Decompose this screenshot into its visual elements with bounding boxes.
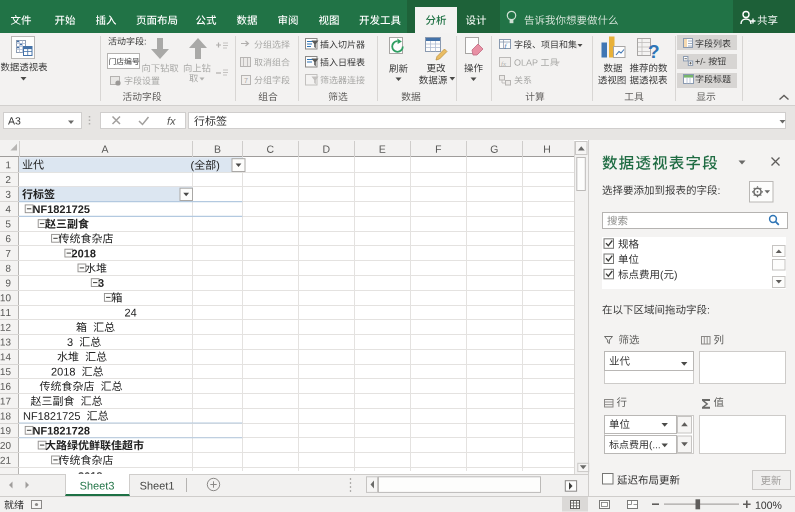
svg-text:?: ?	[648, 41, 660, 62]
svg-text:fx: fx	[501, 60, 507, 68]
svg-text:7: 7	[244, 77, 248, 84]
